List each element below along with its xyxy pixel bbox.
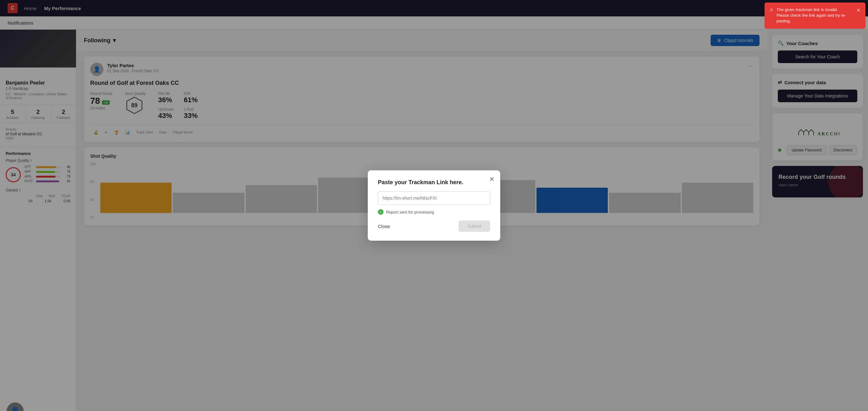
warning-icon: ⚠	[770, 7, 773, 12]
success-text: Report sent for processing	[386, 210, 434, 215]
error-message: The given trackman link is invalid. Plea…	[777, 7, 851, 24]
success-checkmark-icon: ✓	[378, 209, 383, 215]
error-toast: ⚠ The given trackman link is invalid. Pl…	[765, 2, 866, 29]
modal-close-x-button[interactable]: ✕	[489, 176, 495, 183]
trackman-link-input[interactable]	[378, 191, 490, 205]
modal-actions: Close Submit	[378, 220, 490, 232]
toast-close-button[interactable]: ✕	[856, 7, 861, 14]
modal-close-button[interactable]: Close	[378, 221, 390, 231]
trackman-modal: Paste your Trackman Link here. ✕ ✓ Repor…	[368, 170, 500, 241]
modal-title: Paste your Trackman Link here.	[378, 179, 490, 186]
modal-success-message: ✓ Report sent for processing	[378, 209, 490, 215]
modal-submit-button[interactable]: Submit	[459, 220, 490, 232]
modal-overlay: Paste your Trackman Link here. ✕ ✓ Repor…	[0, 0, 868, 411]
